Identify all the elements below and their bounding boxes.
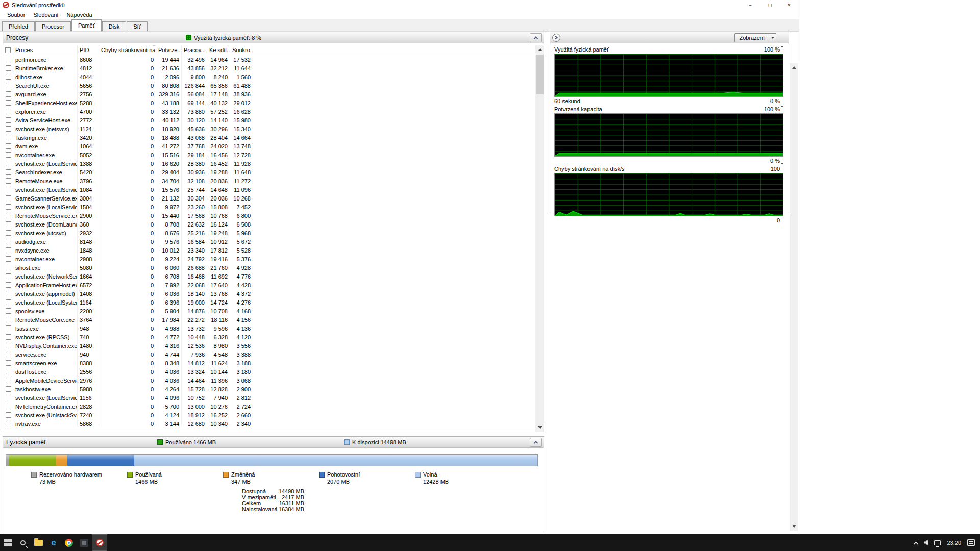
checkbox-icon[interactable] [6,143,11,149]
tray-overflow-chevron-icon[interactable] [914,541,919,546]
tab-paměť[interactable]: Paměť [71,19,102,31]
table-row[interactable]: avguard.exe27560329 31656 08417 14838 93… [3,90,535,98]
row-checkbox-cell[interactable] [3,237,13,246]
taskbar-clock[interactable]: 23:20 [947,540,961,546]
table-row[interactable]: ApplicationFrameHost.exe657207 99222 068… [3,281,535,289]
checkbox-icon[interactable] [6,178,11,184]
table-row[interactable]: svchost.exe (LocalServiceNet...1084015 5… [3,185,535,194]
table-row[interactable]: svchost.exe (LocalSystemNet...116406 396… [3,298,535,307]
row-checkbox-cell[interactable] [3,142,13,151]
row-checkbox-cell[interactable] [3,359,13,367]
expand-panel-button[interactable] [552,34,560,42]
taskbar-file-explorer[interactable] [31,534,46,551]
row-checkbox-cell[interactable] [3,298,13,307]
taskbar-search-button[interactable] [15,534,31,551]
column-header-priv[interactable]: Soukro... [230,45,253,55]
checkbox-icon[interactable] [6,282,11,288]
table-row[interactable]: RemoteMouseCore.exe3764017 98422 27218 1… [3,315,535,324]
row-checkbox-cell[interactable] [3,272,13,281]
table-row[interactable]: svchost.exe (appmodel)140806 03618 14013… [3,289,535,298]
checkbox-icon[interactable] [6,273,11,279]
views-dropdown[interactable]: Zobrazení [734,33,776,42]
row-checkbox-cell[interactable] [3,307,13,315]
row-checkbox-cell[interactable] [3,411,13,419]
row-checkbox-cell[interactable] [3,159,13,168]
row-checkbox-cell[interactable] [3,367,13,376]
column-header-pid[interactable]: PID [78,45,99,55]
table-row[interactable]: lsass.exe94804 98813 7329 5964 136 [3,324,535,333]
row-checkbox-cell[interactable] [3,341,13,350]
window-scrollbar[interactable] [790,63,798,531]
table-row[interactable]: RemoteMouseService.exe2900015 44017 5681… [3,211,535,220]
table-row[interactable]: GameScannerService.exe3004021 13230 3042… [3,194,535,203]
row-checkbox-cell[interactable] [3,393,13,402]
checkbox-icon[interactable] [6,126,11,132]
row-checkbox-cell[interactable] [3,281,13,289]
action-center-icon[interactable] [967,539,975,546]
checkbox-icon[interactable] [6,404,11,409]
row-checkbox-cell[interactable] [3,177,13,185]
table-row[interactable]: NVDisplay.Container.exe148004 31612 5368… [3,341,535,350]
checkbox-icon[interactable] [6,221,11,227]
scroll-up-arrow[interactable] [790,63,798,72]
table-row[interactable]: RemoteMouse.exe3796034 70432 10820 83611… [3,177,535,185]
row-checkbox-cell[interactable] [3,72,13,81]
row-checkbox-cell[interactable] [3,220,13,229]
checkbox-icon[interactable] [6,117,11,123]
row-checkbox-cell[interactable] [3,116,13,124]
row-checkbox-cell[interactable] [3,168,13,177]
checkbox-icon[interactable] [6,213,11,218]
start-button[interactable] [0,534,15,551]
checkbox-icon[interactable] [6,109,11,114]
checkbox-icon[interactable] [6,65,11,71]
processes-panel-header[interactable]: Procesy Využitá fyzická paměť: 8 % [3,32,544,43]
row-checkbox-cell[interactable] [3,64,13,72]
row-checkbox-cell[interactable] [3,55,13,64]
row-checkbox-cell[interactable] [3,151,13,159]
row-checkbox-cell[interactable] [3,133,13,142]
close-button[interactable]: ✕ [779,0,799,10]
checkbox-icon[interactable] [6,204,11,210]
table-row[interactable]: dasHost.exe255604 03613 32410 1443 180 [3,367,535,376]
table-row[interactable]: SearchUI.exe5656080 808126 84465 35661 4… [3,81,535,90]
row-checkbox-cell[interactable] [3,211,13,220]
checkbox-icon[interactable] [6,308,11,314]
table-row[interactable]: svchost.exe (netsvcs)1124018 92045 63630… [3,124,535,133]
checkbox-icon[interactable] [6,230,11,236]
network-icon[interactable] [934,540,941,545]
table-row[interactable]: nvcontainer.exe290809 22424 79219 4165 3… [3,255,535,263]
table-row[interactable]: ShellExperienceHost.exe5288043 18869 144… [3,98,535,107]
table-row[interactable]: audiodg.exe814809 57616 58410 9125 672 [3,237,535,246]
checkbox-icon[interactable] [6,239,11,244]
table-row[interactable]: smartscreen.exe838808 34814 81211 6243 1… [3,359,535,367]
checkbox-icon[interactable] [6,412,11,418]
table-row[interactable]: nvcontainer.exe5052015 51629 18416 45612… [3,151,535,159]
menu-item-1[interactable]: Sledování [29,12,62,18]
row-checkbox-cell[interactable] [3,385,13,393]
table-row[interactable]: taskhostw.exe598004 26415 72812 8282 900 [3,385,535,393]
checkbox-icon[interactable] [6,100,11,106]
checkbox-icon[interactable] [6,152,11,158]
checkbox-icon[interactable] [6,195,11,201]
checkbox-icon[interactable] [6,169,11,175]
table-row[interactable]: Avira.ServiceHost.exe2772040 11230 12014… [3,116,535,124]
tab-disk[interactable]: Disk [102,21,126,31]
checkbox-icon[interactable] [6,343,11,348]
row-checkbox-cell[interactable] [3,229,13,237]
taskbar-resource-monitor-active[interactable] [92,534,107,551]
maximize-button[interactable]: ▢ [760,0,779,10]
menu-item-0[interactable]: Soubor [3,12,29,18]
column-header-share[interactable]: Ke sdíl... [207,45,230,55]
checkbox-icon[interactable] [6,83,11,88]
table-row[interactable]: svchost.exe (LocalService)150409 97223 2… [3,203,535,211]
process-table-scrollbar[interactable] [535,45,544,432]
row-checkbox-cell[interactable] [3,203,13,211]
checkbox-icon[interactable] [6,360,11,366]
checkbox-icon[interactable] [6,369,11,374]
checkbox-icon[interactable] [6,161,11,166]
table-row[interactable]: RuntimeBroker.exe4812021 63643 85632 212… [3,64,535,72]
taskbar-edge[interactable]: e [46,534,61,551]
table-row[interactable]: svchost.exe (LocalServiceNo...1388016 62… [3,159,535,168]
row-checkbox-cell[interactable] [3,90,13,98]
row-checkbox-cell[interactable] [3,376,13,385]
